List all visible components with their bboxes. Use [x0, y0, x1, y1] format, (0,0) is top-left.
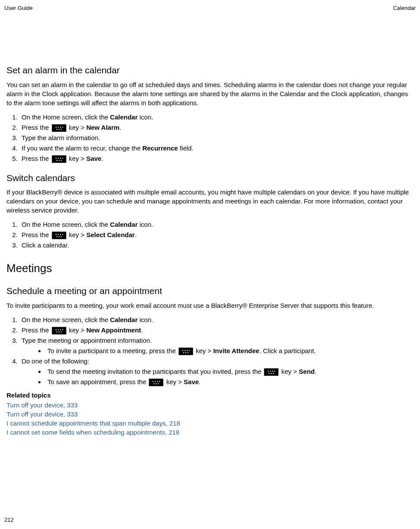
blackberry-key-icon: [264, 368, 279, 376]
list-item: On the Home screen, click the Calendar i…: [19, 315, 414, 324]
blackberry-key-icon: [52, 124, 66, 132]
switch-calendars-heading: Switch calendars: [6, 172, 414, 184]
list-item: Type the alarm information.: [19, 133, 414, 142]
header-left: User Guide: [4, 4, 33, 12]
list-item: Press the key > Save.: [19, 154, 414, 163]
schedule-meeting-heading: Schedule a meeting or an appointment: [6, 285, 414, 297]
list-item: If you want the alarm to recur, change t…: [19, 144, 414, 153]
schedule-meeting-intro: To invite participants to a meeting, you…: [6, 301, 414, 310]
schedule-meeting-steps: On the Home screen, click the Calendar i…: [6, 315, 414, 386]
list-item: To send the meeting invitation to the pa…: [45, 367, 414, 376]
switch-calendars-steps: On the Home screen, click the Calendar i…: [6, 220, 414, 250]
page-number: 212: [4, 516, 14, 524]
list-item: To invite a participant to a meeting, pr…: [45, 346, 414, 355]
list-item: Click a calendar.: [19, 241, 414, 250]
list-item: Type the meeting or appointment informat…: [19, 336, 414, 355]
list-item: Press the key > New Alarm.: [19, 123, 414, 132]
list-item: To save an appointment, press the key > …: [45, 377, 414, 386]
list-item: On the Home screen, click the Calendar i…: [19, 220, 414, 229]
related-topics-heading: Related topics: [6, 391, 414, 400]
list-item: Press the key > Select Calendar.: [19, 230, 414, 239]
list-item: On the Home screen, click the Calendar i…: [19, 113, 414, 122]
blackberry-key-icon: [52, 327, 66, 335]
page-content: Set an alarm in the calendar You can set…: [4, 64, 416, 437]
related-link[interactable]: Turn off your device, 333: [6, 410, 414, 419]
blackberry-key-icon: [52, 232, 66, 239]
related-link[interactable]: I cannot set some fields when scheduling…: [6, 428, 414, 437]
related-link[interactable]: Turn off your device, 333: [6, 401, 414, 410]
meetings-heading: Meetings: [6, 260, 414, 276]
blackberry-key-icon: [149, 379, 163, 386]
set-alarm-steps: On the Home screen, click the Calendar i…: [6, 113, 414, 163]
header-right: Calendar: [393, 4, 416, 12]
set-alarm-intro: You can set an alarm in the calendar to …: [6, 80, 414, 107]
blackberry-key-icon: [179, 347, 193, 355]
page-header: User Guide Calendar: [4, 4, 416, 12]
switch-calendars-intro: If your BlackBerry® device is associated…: [6, 188, 414, 215]
set-alarm-heading: Set an alarm in the calendar: [6, 64, 414, 76]
list-item: Do one of the following: To send the mee…: [19, 357, 414, 386]
blackberry-key-icon: [52, 155, 66, 163]
sub-list: To invite a participant to a meeting, pr…: [22, 346, 414, 355]
list-item: Press the key > New Appointment.: [19, 326, 414, 335]
related-link[interactable]: I cannot schedule appointments that span…: [6, 419, 414, 428]
sub-list: To send the meeting invitation to the pa…: [22, 367, 414, 386]
